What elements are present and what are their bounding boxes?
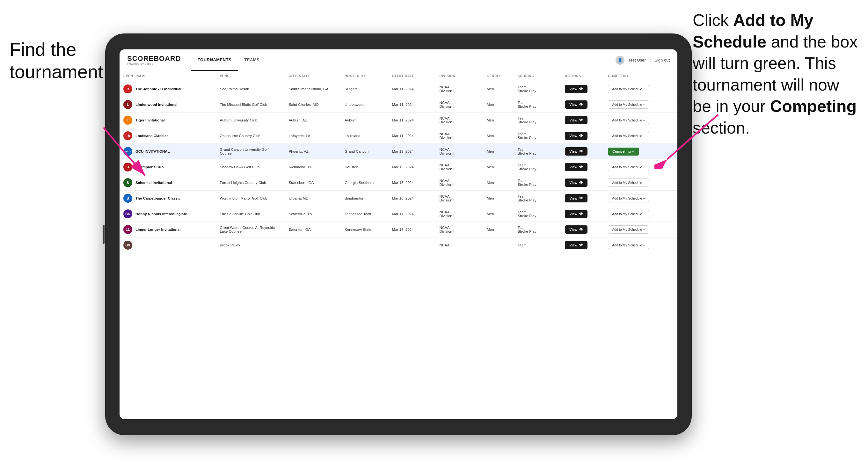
hosted-by-cell: Louisiana xyxy=(341,128,388,144)
competing-cell: Add to My Schedule + xyxy=(604,206,677,222)
right-instruction: Click Add to My Schedule and the box wil… xyxy=(693,9,859,139)
view-button[interactable]: View 👁 xyxy=(565,241,588,249)
actions-cell: View 👁 xyxy=(561,128,604,144)
team-logo: H xyxy=(123,162,132,172)
add-to-schedule-button[interactable]: Add to My Schedule + xyxy=(608,241,649,249)
division-cell: NCAADivision I xyxy=(435,159,483,175)
actions-cell: View 👁 xyxy=(561,238,604,253)
date-cell: Mar 12, 2024 xyxy=(388,144,436,159)
table-row: BThe Carpetbagger ClassicWorthington Man… xyxy=(120,191,677,206)
hosted-by-cell: Lindenwood xyxy=(341,97,388,113)
venue-cell: The Sevierville Golf Club xyxy=(216,206,285,222)
col-division: DIVISION xyxy=(435,71,483,81)
competing-cell: Add to My Schedule + xyxy=(604,175,677,191)
date-cell: Mar 11, 2024 xyxy=(388,128,436,144)
hosted-by-cell: Grand Canyon xyxy=(341,144,388,159)
col-hosted-by: HOSTED BY xyxy=(341,71,388,81)
division-cell: NCAADivision I xyxy=(435,175,483,191)
view-button[interactable]: View 👁 xyxy=(565,225,588,234)
venue-cell: Forest Heights Country Club xyxy=(216,175,285,191)
venue-cell: The Missouri Bluffs Golf Club xyxy=(216,97,285,113)
actions-cell: View 👁 xyxy=(561,206,604,222)
event-name-cell: SSchenkel Invitational xyxy=(120,175,216,191)
event-name: The Johnnie - O Individual xyxy=(135,87,181,91)
venue-cell: Oakbourne Country Club xyxy=(216,128,285,144)
user-name: Test User xyxy=(628,58,646,62)
view-button[interactable]: View 👁 xyxy=(565,132,588,140)
division-cell: NCAADivision I xyxy=(435,128,483,144)
hosted-by-cell: Kennesaw State xyxy=(341,222,388,238)
hosted-by-cell: Tennessee Tech xyxy=(341,206,388,222)
city-cell xyxy=(285,238,341,253)
gender-cell: Men xyxy=(483,113,514,128)
add-to-schedule-button[interactable]: Add to My Schedule + xyxy=(608,163,649,171)
view-button[interactable]: View 👁 xyxy=(565,163,588,171)
division-cell: NCAADivision I xyxy=(435,191,483,206)
add-to-schedule-button[interactable]: Add to My Schedule + xyxy=(608,225,649,234)
gender-cell: Men xyxy=(483,191,514,206)
date-cell: Mar 17, 2024 xyxy=(388,206,436,222)
venue-cell: Auburn University Club xyxy=(216,113,285,128)
competing-cell: Add to My Schedule + xyxy=(604,128,677,144)
team-logo: B xyxy=(123,194,132,203)
add-to-schedule-button[interactable]: Add to My Schedule + xyxy=(608,194,649,203)
hosted-by-cell: Rutgers xyxy=(341,81,388,97)
view-button[interactable]: View 👁 xyxy=(565,116,588,124)
signout-link[interactable]: Sign out xyxy=(654,58,670,62)
table-body: RThe Johnnie - O IndividualSea Palms Res… xyxy=(120,81,677,253)
left-instruction: Find the tournament. xyxy=(9,38,118,83)
event-name-cell: RThe Johnnie - O Individual xyxy=(120,81,216,97)
event-name-cell: BV xyxy=(120,238,216,253)
scoring-cell: Team,Stroke Play xyxy=(514,81,561,97)
logo-area: SCOREBOARD Powered by clippd xyxy=(127,55,181,65)
scoring-cell: Team,Stroke Play xyxy=(514,191,561,206)
col-start-date: START DATE xyxy=(388,71,436,81)
add-to-schedule-button[interactable]: Add to My Schedule + xyxy=(608,116,649,124)
team-logo: R xyxy=(123,85,132,93)
tournaments-table: EVENT NAME VENUE CITY, STATE HOSTED BY S… xyxy=(120,71,677,253)
app-header: SCOREBOARD Powered by clippd TOURNAMENTS… xyxy=(120,50,677,71)
col-scoring: SCORING xyxy=(514,71,561,81)
table-row: TTiger InvitationalAuburn University Clu… xyxy=(120,113,677,128)
add-to-schedule-button[interactable]: Add to My Schedule + xyxy=(608,100,649,109)
competing-button[interactable]: Competing ✓ xyxy=(608,148,639,156)
actions-cell: View 👁 xyxy=(561,175,604,191)
gender-cell: Men xyxy=(483,206,514,222)
event-name-cell: GCUGCU INVITATIONAL xyxy=(120,144,216,159)
view-button[interactable]: View 👁 xyxy=(565,100,588,109)
add-to-schedule-button[interactable]: Add to My Schedule + xyxy=(608,85,649,93)
scoring-cell: Team,Stroke Play xyxy=(514,222,561,238)
add-to-schedule-button[interactable]: Add to My Schedule + xyxy=(608,132,649,140)
view-button[interactable]: View 👁 xyxy=(565,179,588,187)
hosted-by-cell: Georgia Southern xyxy=(341,175,388,191)
hosted-by-cell: Houston xyxy=(341,159,388,175)
view-button[interactable]: View 👁 xyxy=(565,210,588,218)
event-name: Tiger Invitational xyxy=(135,118,165,122)
actions-cell: View 👁 xyxy=(561,144,604,159)
add-to-schedule-button[interactable]: Add to My Schedule + xyxy=(608,210,649,218)
col-competing: COMPETING xyxy=(604,71,677,81)
gender-cell: Men xyxy=(483,159,514,175)
tablet-screen: SCOREBOARD Powered by clippd TOURNAMENTS… xyxy=(120,50,677,419)
actions-cell: View 👁 xyxy=(561,191,604,206)
division-cell: NCAA xyxy=(435,238,483,253)
event-name-cell: HChampions Cup xyxy=(120,159,216,175)
competing-cell: Add to My Schedule + xyxy=(604,159,677,175)
view-button[interactable]: View 👁 xyxy=(565,147,588,156)
logo-sub: Powered by clippd xyxy=(127,62,181,65)
competing-cell: Add to My Schedule + xyxy=(604,81,677,97)
view-button[interactable]: View 👁 xyxy=(565,85,588,93)
tab-teams[interactable]: TEAMS xyxy=(238,50,266,71)
event-name: Lindenwood Invitational xyxy=(135,103,178,106)
view-button[interactable]: View 👁 xyxy=(565,194,588,203)
venue-cell: Shadow Hawk Golf Club xyxy=(216,159,285,175)
date-cell: Mar 11, 2024 xyxy=(388,81,436,97)
team-logo: LL xyxy=(123,225,132,234)
add-to-schedule-button[interactable]: Add to My Schedule + xyxy=(608,179,649,187)
table-header-row: EVENT NAME VENUE CITY, STATE HOSTED BY S… xyxy=(120,71,677,81)
gender-cell: Men xyxy=(483,81,514,97)
team-logo: LA xyxy=(123,131,132,140)
city-cell: Saint Charles, MO xyxy=(285,97,341,113)
tab-tournaments[interactable]: TOURNAMENTS xyxy=(191,50,238,71)
city-cell: Phoenix, AZ xyxy=(285,144,341,159)
